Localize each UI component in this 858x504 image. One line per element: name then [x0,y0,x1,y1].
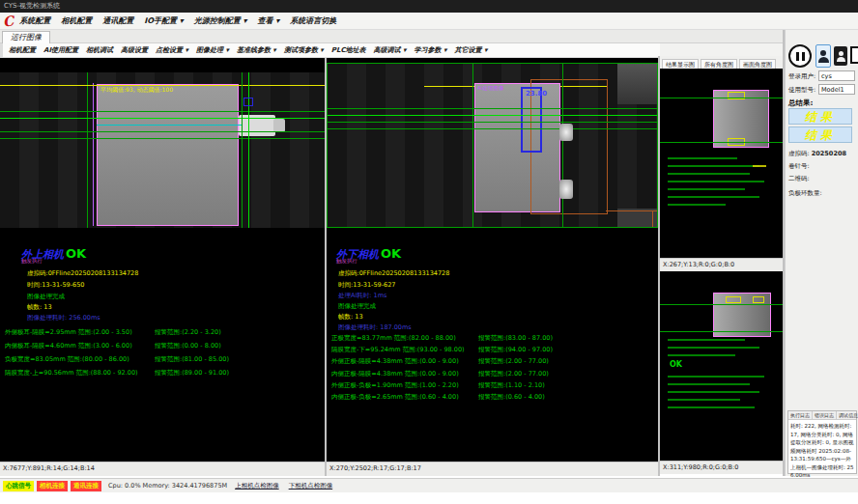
middle-process-done-text: 图像处理完成 [338,302,376,311]
middle-barcode-text: 虚拟码:0FFline20250208133134728 [338,269,449,278]
upper-camera-spotcheck-link[interactable]: 上相机点检图像 [235,482,279,490]
overlay-orange-line [652,210,653,228]
status-bar: 心跳信号 相机连接 通讯连接 Cpu: 0.0% Memory: 3424.41… [0,478,858,492]
measurement-text: 外侧正极-负极=1.90mm 范围:(1.00 - 2.20) [331,381,459,390]
overlay-baseline [328,128,658,129]
result-text-line [668,354,735,356]
overlay-vline [87,72,88,228]
tool-ai-usage-config[interactable]: AI使用配置 [43,45,78,55]
alarm-range-text: 报警范围:(81.00 - 85.00) [155,355,229,364]
middle-trigger-note: 触发执行 [336,258,358,265]
right-bottom-ok-status: OK [670,360,682,369]
left-trigger-note: 触发执行 [21,258,43,265]
middle-camera-image[interactable]: AI处理图像 23.80 [327,63,658,228]
measurement-text: 内侧极耳-隔膜=4.60mm 范围:(3.00 - 6.00) [5,342,132,350]
tool-other-settings[interactable]: 其它设置 ▾ [454,45,487,55]
result-text-line [668,339,745,341]
pause-button[interactable] [788,44,812,68]
overlay-vline [248,72,249,228]
tab-run-image[interactable]: 运行图像 [2,31,50,44]
app-logo-icon: C [2,13,14,29]
menu-camera-config[interactable]: 相机配置 [61,15,92,26]
model-field[interactable]: Model1 [818,84,855,95]
window-title: CYS-视觉检测系统 [4,2,60,10]
menu-language-switch[interactable]: 系统语言切换 [290,15,336,26]
result-box-2: 结果 [788,126,852,143]
menu-comm-config[interactable]: 通讯配置 [102,15,133,26]
measurement-text: 隔膜宽度-上=90.56mm 范围:(88.00 - 92.00) [5,369,138,378]
virtual-code-value: 20250208 [812,150,846,157]
right-bottom-camera-view[interactable]: OK [660,271,783,461]
exit-button[interactable] [849,45,858,67]
overlay-vline [242,72,243,228]
login-user-field[interactable]: cys [818,70,855,81]
tool-advanced-debug[interactable]: 高级调试 ▾ [374,45,407,55]
user-dark-icon [839,51,844,56]
result-box-1: 结果 [788,108,852,125]
tool-camera-config[interactable]: 相机配置 [9,45,36,55]
menu-view[interactable]: 查看 ▾ [258,15,280,26]
left-camera-image[interactable]: 平均阈值:93, 动态阈值:100 [0,72,325,228]
overlay-baseline [328,115,658,116]
reflection-spot [559,180,573,199]
result-text-line [668,347,759,349]
middle-coord-text: X:270;Y:2502;R:17;G:17;B:17 [329,464,421,472]
needle-number-label: 卷针号: [788,162,810,171]
overlay-baseline [660,98,783,98]
cpu-memory-text: Cpu: 0.0% Memory: 3424.41796875M [108,482,227,490]
app-window: CYS-视觉检测系统 C 系统配置 相机配置 通讯配置 IO手配置 ▾ 光源控制… [0,0,858,504]
user-login-button[interactable] [815,44,831,68]
right-top-camera-view[interactable] [660,69,783,258]
control-side-panel: 登录用户: cys 使用型号: Model1 总结果: 结果 结果 虚拟码: 2… [785,30,858,476]
measurement-text: 外侧正极-隔膜=4.38mm 范围:(0.00 - 9.00) [331,357,459,366]
menu-system-config[interactable]: 系统配置 [19,15,50,26]
rtab-result-image[interactable]: 结果显示图 [662,59,699,69]
left-camera-view[interactable]: 平均阈值:93, 动态阈值:100 外上相机OK 触发执行 虚拟码:0FFlin… [0,58,325,462]
log-tab-exec[interactable]: 执行日志 [788,411,813,419]
overlay-baseline [0,138,325,139]
log-body-text: 耗时: 222, 网络检测耗时: 17, 网络分类耗时: 0, 网络提取分区耗时… [788,420,856,482]
middle-time-text: 时间:13-31-59-627 [338,281,395,290]
log-tab-error[interactable]: 错误日志 [813,411,837,419]
alarm-range-text: 报警范围:(0.60 - 4.00) [478,393,545,402]
left-time-text: 时间:13-31-59-650 [27,281,84,290]
middle-camera-view[interactable]: AI处理图像 23.80 外下相机OK 触发执行 虚拟码:0FFline2025… [327,58,658,462]
log-tabstrip: 执行日志 错误日志 调试信息 [788,411,856,420]
menu-light-config[interactable]: 光源控制配置 ▾ [194,15,247,26]
tool-baseline-params[interactable]: 基准线参数 ▾ [237,45,276,55]
heartbeat-badge: 心跳信号 [3,481,34,491]
alarm-range-text: 报警范围:(2.00 - 77.00) [478,357,549,366]
tab-strip: 运行图像 [0,30,858,43]
user-icon [820,50,826,56]
menu-io-config[interactable]: IO手配置 ▾ [144,15,184,26]
overlay-cyan-line [97,125,242,126]
tool-test-params[interactable]: 测试项参数 ▾ [284,45,324,55]
tool-image-processing[interactable]: 图像处理 ▾ [196,45,229,55]
measurement-text: 内侧正极-隔膜=4.38mm 范围:(0.00 - 9.00) [331,370,459,378]
user-switch-button[interactable] [834,46,847,66]
neg-ring-count-label: 负极环数量: [788,189,822,198]
tool-plc-address-table[interactable]: PLC地址表 [331,45,366,55]
log-tab-debug[interactable]: 调试信息 [837,411,858,419]
measurement-text: 负极宽度=83.05mm 范围:(80.00 - 86.00) [5,355,129,364]
result-text-line [668,399,740,401]
lower-camera-spotcheck-link[interactable]: 下相机点检图像 [289,482,333,490]
result-text-line [753,165,766,167]
rtab-all-angles[interactable]: 所有角度图 [701,59,737,69]
result-text-line [668,157,737,159]
tool-camera-debug[interactable]: 相机调试 [86,45,113,55]
login-user-label: 登录用户: [788,72,815,81]
tool-learning-params[interactable]: 学习参数 ▾ [415,45,447,55]
left-frame-count-text: 帧数: 13 [27,303,52,312]
tool-spotcheck-settings[interactable]: 点检设置 ▾ [156,45,188,55]
right-bottom-coord-text: X:311;Y:980;R:0;G:0;B:0 [663,463,738,471]
tool-advanced-settings[interactable]: 高级设置 [121,45,148,55]
overlay-orange-line [606,210,658,211]
blue-measure-value: 23.80 [526,90,547,98]
rtab-frame-angles[interactable]: 画面角度图 [739,59,776,69]
overlay-vline [93,83,94,226]
measurement-text: 正极宽度=83.77mm 范围:(82.00 - 88.00) [331,334,456,343]
left-coord-statusbar: X:7677;Y:891;R:14;G:14;B:14 [0,462,325,476]
alarm-range-text: 报警范围:(1.10 - 2.10) [478,381,545,390]
menu-bar: C 系统配置 相机配置 通讯配置 IO手配置 ▾ 光源控制配置 ▾ 查看 ▾ 系… [0,13,858,30]
